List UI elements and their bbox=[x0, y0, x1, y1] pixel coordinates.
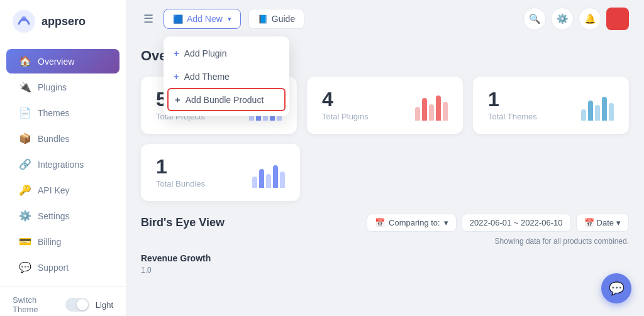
main-content: ☰ 🟦 Add New ▾ + Add Plugin + Add Theme + bbox=[126, 0, 644, 316]
sidebar-item-themes[interactable]: 📄 Themes bbox=[6, 101, 119, 125]
bar bbox=[266, 174, 271, 188]
settings-button[interactable]: ⚙️ bbox=[551, 8, 574, 30]
sidebar: appsero 🏠 Overview 🔌 Plugins 📄 Themes 📦 … bbox=[0, 0, 126, 316]
bar bbox=[422, 98, 427, 121]
y-axis-value: 1.0 bbox=[141, 266, 629, 275]
support-icon: 💬 bbox=[19, 261, 30, 273]
total-themes-info: 1 Total Themes bbox=[488, 89, 537, 121]
home-icon: 🏠 bbox=[19, 55, 30, 67]
svg-point-1 bbox=[21, 16, 26, 21]
search-button[interactable]: 🔍 bbox=[523, 8, 546, 30]
bar bbox=[609, 103, 614, 121]
date-range-button[interactable]: 2022-06-01 ~ 2022-06-10 bbox=[462, 214, 571, 232]
birds-eye-title: Bird's Eye View bbox=[141, 216, 367, 229]
add-theme-item[interactable]: + Add Theme bbox=[164, 65, 289, 88]
chat-fab-icon: 💬 bbox=[609, 281, 625, 296]
birds-eye-header: Bird's Eye View 📅 Comparing to: ▾ 2022-0… bbox=[141, 214, 629, 232]
guide-button[interactable]: 📘 Guide bbox=[248, 9, 304, 29]
bar bbox=[602, 97, 607, 121]
chevron-date-icon: ▾ bbox=[616, 218, 621, 227]
total-plugins-card: 4 Total Plugins bbox=[307, 77, 463, 134]
add-theme-plus-icon: + bbox=[174, 71, 179, 82]
add-new-button[interactable]: 🟦 Add New ▾ bbox=[164, 9, 241, 29]
add-new-label: Add New bbox=[187, 14, 223, 24]
stats-grid-bottom: 1 Total Bundles bbox=[141, 144, 629, 201]
bar bbox=[588, 101, 593, 121]
sidebar-nav: 🏠 Overview 🔌 Plugins 📄 Themes 📦 Bundles … bbox=[0, 43, 126, 286]
total-bundles-label: Total Bundles bbox=[156, 179, 205, 188]
total-bundles-card: 1 Total Bundles bbox=[141, 144, 300, 201]
add-new-container: 🟦 Add New ▾ + Add Plugin + Add Theme + A… bbox=[164, 9, 241, 29]
total-themes-label: Total Themes bbox=[488, 112, 537, 121]
add-bundle-plus-icon: + bbox=[175, 94, 180, 105]
bar bbox=[429, 104, 434, 121]
total-plugins-number: 4 bbox=[322, 89, 369, 109]
sidebar-logo: appsero bbox=[0, 0, 126, 43]
date-type-button[interactable]: 📅 Date ▾ bbox=[576, 214, 629, 232]
theme-toggle[interactable] bbox=[65, 298, 89, 312]
api-key-icon: 🔑 bbox=[19, 184, 30, 196]
sidebar-item-settings-label: Settings bbox=[38, 211, 70, 221]
sidebar-item-billing[interactable]: 💳 Billing bbox=[6, 229, 119, 254]
total-bundles-info: 1 Total Bundles bbox=[156, 156, 205, 188]
sidebar-item-settings[interactable]: ⚙️ Settings bbox=[6, 204, 119, 228]
gear-icon: ⚙️ bbox=[557, 13, 569, 25]
bundles-chart bbox=[252, 158, 285, 188]
sidebar-item-plugins[interactable]: 🔌 Plugins bbox=[6, 75, 119, 99]
total-plugins-label: Total Plugins bbox=[322, 112, 369, 121]
date-range-value: 2022-06-01 ~ 2022-06-10 bbox=[470, 218, 563, 227]
total-plugins-info: 4 Total Plugins bbox=[322, 89, 369, 121]
theme-mode-label: Light bbox=[96, 300, 113, 310]
sidebar-item-overview[interactable]: 🏠 Overview bbox=[6, 49, 119, 74]
plugins-chart bbox=[415, 90, 448, 121]
settings-icon: ⚙️ bbox=[19, 210, 30, 222]
bundles-icon: 📦 bbox=[19, 133, 30, 144]
bottom-spacer bbox=[310, 144, 629, 201]
total-bundles-number: 1 bbox=[156, 156, 205, 177]
sidebar-item-overview-label: Overview bbox=[38, 57, 74, 67]
add-theme-label: Add Theme bbox=[184, 72, 230, 82]
hamburger-button[interactable]: ☰ bbox=[141, 9, 156, 28]
integrations-icon: 🔗 bbox=[19, 158, 30, 170]
billing-icon: 💳 bbox=[19, 236, 30, 248]
guide-label: Guide bbox=[272, 14, 295, 24]
toggle-knob bbox=[77, 299, 88, 310]
sidebar-item-support-label: Support bbox=[38, 263, 69, 273]
sidebar-item-support[interactable]: 💬 Support bbox=[6, 255, 119, 280]
calendar-icon: 📅 bbox=[375, 218, 385, 227]
bar bbox=[581, 109, 586, 121]
notifications-button[interactable]: 🔔 bbox=[579, 8, 601, 30]
sidebar-item-billing-label: Billing bbox=[38, 237, 61, 247]
add-new-dropdown: + Add Plugin + Add Theme + Add Bundle Pr… bbox=[164, 36, 289, 116]
bar bbox=[595, 105, 600, 121]
revenue-growth-label: Revenue Growth bbox=[141, 253, 629, 263]
guide-book-icon: 📘 bbox=[258, 14, 268, 24]
sidebar-item-integrations[interactable]: 🔗 Integrations bbox=[6, 152, 119, 177]
chevron-down-icon: ▾ bbox=[444, 218, 448, 227]
showing-data-text: Showing data for all products combined. bbox=[141, 237, 629, 246]
chat-fab-button[interactable]: 💬 bbox=[601, 273, 631, 303]
chevron-down-icon: ▾ bbox=[228, 15, 231, 23]
sidebar-item-integrations-label: Integrations bbox=[38, 160, 84, 170]
themes-chart bbox=[581, 90, 614, 121]
bar bbox=[415, 107, 420, 121]
sidebar-item-plugins-label: Plugins bbox=[38, 82, 67, 92]
comparing-label: Comparing to: bbox=[389, 218, 440, 227]
sidebar-item-api-key[interactable]: 🔑 API Key bbox=[6, 178, 119, 202]
add-new-square-icon: 🟦 bbox=[173, 14, 183, 24]
sidebar-item-themes-label: Themes bbox=[38, 108, 70, 118]
date-type-label: Date bbox=[597, 218, 614, 227]
add-bundle-label: Add Bundle Product bbox=[186, 95, 264, 105]
sidebar-item-bundles[interactable]: 📦 Bundles bbox=[6, 126, 119, 151]
bar bbox=[273, 165, 278, 188]
topbar: ☰ 🟦 Add New ▾ + Add Plugin + Add Theme + bbox=[126, 0, 644, 38]
switch-theme-label: Switch Theme bbox=[13, 295, 59, 314]
plugins-icon: 🔌 bbox=[19, 81, 30, 93]
topbar-icons: 🔍 ⚙️ 🔔 bbox=[523, 8, 629, 30]
user-avatar-button[interactable] bbox=[606, 8, 629, 30]
add-bundle-item[interactable]: + Add Bundle Product bbox=[167, 88, 286, 111]
add-plugin-plus-icon: + bbox=[174, 48, 179, 58]
add-plugin-item[interactable]: + Add Plugin bbox=[164, 41, 289, 65]
comparing-to-button[interactable]: 📅 Comparing to: ▾ bbox=[367, 214, 457, 232]
sidebar-item-api-key-label: API Key bbox=[38, 185, 70, 195]
